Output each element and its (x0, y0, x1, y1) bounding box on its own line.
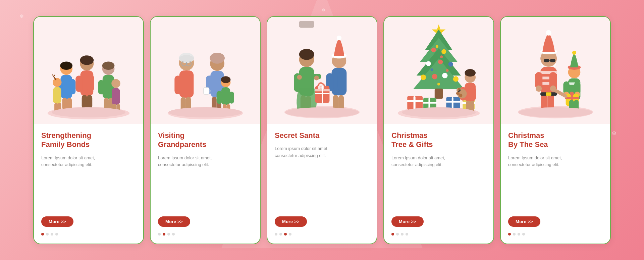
card-4-more-button[interactable]: More >> (391, 216, 424, 227)
card-secret-santa: Secret Santa Lorem ipsum dolor sit amet,… (267, 16, 377, 244)
svg-rect-40 (174, 75, 181, 94)
svg-rect-81 (318, 86, 321, 89)
card-3-more-button[interactable]: More >> (275, 216, 307, 227)
dot (406, 233, 408, 236)
svg-point-155 (572, 50, 576, 54)
card-4-title: Christmas Tree & Gifts (391, 131, 486, 149)
card-2-dots (158, 233, 253, 237)
ground-oval-5 (519, 107, 592, 117)
card-2-more-button[interactable]: More >> (158, 216, 190, 227)
card-5-more-button[interactable]: More >> (508, 216, 540, 227)
dot (46, 233, 49, 236)
card-family-bonds: Strengthening Family Bonds Lorem ipsum d… (33, 16, 144, 244)
svg-line-32 (54, 74, 55, 76)
svg-point-101 (453, 76, 459, 82)
svg-rect-5 (62, 98, 67, 110)
dot (518, 233, 520, 236)
card-3-illustration (267, 17, 377, 124)
card-1-dots (41, 233, 136, 237)
svg-point-96 (438, 59, 443, 64)
dot-active (41, 233, 44, 236)
dot-active (391, 233, 394, 236)
card-christmas-tree: Christmas Tree & Gifts Lorem ipsum dolor… (383, 16, 494, 244)
svg-rect-52 (221, 87, 230, 105)
svg-point-105 (446, 69, 448, 71)
card-1-illustration (34, 17, 143, 124)
card-christmas-sea: Christmas By The Sea Lorem ipsum dolor s… (500, 16, 611, 244)
dot (513, 233, 516, 236)
dot (279, 233, 282, 236)
svg-rect-53 (217, 91, 222, 104)
svg-rect-20 (53, 87, 61, 104)
card-2-title: Visiting Grandparents (158, 131, 253, 149)
card-4-dots (391, 233, 486, 237)
svg-point-103 (440, 55, 443, 58)
dot (51, 233, 53, 236)
dot (289, 233, 291, 236)
ground-oval-4 (402, 107, 476, 117)
card-2-content: Visiting Grandparents Lorem ipsum dolor … (151, 124, 260, 244)
svg-point-165 (570, 92, 574, 96)
svg-point-19 (53, 78, 61, 87)
dot (396, 233, 399, 236)
card-2-description: Lorem ipsum dolor sit amet, consectetur … (158, 155, 253, 210)
svg-rect-10 (87, 74, 94, 92)
svg-point-97 (448, 62, 453, 66)
dot-active (508, 233, 511, 236)
svg-rect-54 (229, 92, 234, 104)
dot (401, 233, 404, 236)
svg-point-58 (179, 55, 194, 62)
svg-rect-135 (550, 59, 555, 62)
svg-point-102 (436, 45, 438, 48)
dot (167, 233, 170, 236)
svg-point-29 (102, 61, 115, 69)
svg-point-106 (437, 83, 440, 85)
svg-point-27 (80, 55, 94, 65)
card-3-dots (275, 233, 369, 237)
svg-rect-15 (98, 80, 104, 94)
dot (158, 233, 161, 236)
svg-point-28 (60, 61, 72, 69)
card-1-description: Lorem ipsum dolor sit amet, consectetur … (41, 155, 136, 210)
card-5-title: Christmas By The Sea (508, 131, 603, 149)
svg-point-74 (337, 36, 341, 40)
svg-rect-9 (75, 75, 82, 92)
svg-point-138 (546, 30, 551, 35)
svg-point-94 (441, 49, 446, 54)
dot (55, 233, 58, 236)
card-5-description: Lorem ipsum dolor sit amet, consectetur … (508, 155, 603, 210)
svg-point-93 (431, 47, 436, 52)
dot (522, 233, 525, 236)
card-4-content: Christmas Tree & Gifts Lorem ipsum dolor… (384, 124, 493, 244)
svg-rect-12 (87, 95, 92, 109)
card-5-content: Christmas By The Sea Lorem ipsum dolor s… (501, 124, 610, 244)
svg-point-98 (421, 74, 426, 80)
dot (275, 233, 277, 236)
svg-point-23 (111, 79, 120, 88)
svg-point-57 (221, 76, 231, 83)
card-1-title: Strengthening Family Bonds (41, 131, 136, 149)
dot (172, 233, 175, 236)
card-visiting-grandparents: Visiting Grandparents Lorem ipsum dolor … (150, 16, 261, 244)
ground-oval-1 (52, 107, 125, 117)
svg-point-100 (442, 73, 447, 78)
svg-point-128 (456, 92, 460, 95)
svg-rect-59 (204, 87, 209, 94)
svg-rect-109 (414, 96, 416, 110)
svg-point-62 (299, 49, 314, 60)
card-4-description: Lorem ipsum dolor sit amet, consectetur … (391, 155, 486, 210)
svg-rect-152 (546, 92, 551, 96)
card-3-content: Secret Santa Lorem ipsum dolor sit amet,… (267, 124, 377, 244)
dot-active (163, 233, 165, 236)
svg-rect-69 (314, 75, 319, 80)
svg-rect-77 (338, 72, 345, 91)
svg-rect-24 (112, 88, 120, 105)
card-1-more-button[interactable]: More >> (41, 216, 73, 227)
card-4-illustration (384, 17, 493, 124)
svg-point-99 (432, 74, 437, 79)
card-3-description: Lorem ipsum dolor sit amet, consectetur … (275, 145, 369, 210)
svg-rect-122 (470, 87, 476, 100)
svg-point-129 (459, 94, 462, 97)
dot-active (284, 233, 287, 236)
svg-rect-11 (82, 95, 87, 109)
